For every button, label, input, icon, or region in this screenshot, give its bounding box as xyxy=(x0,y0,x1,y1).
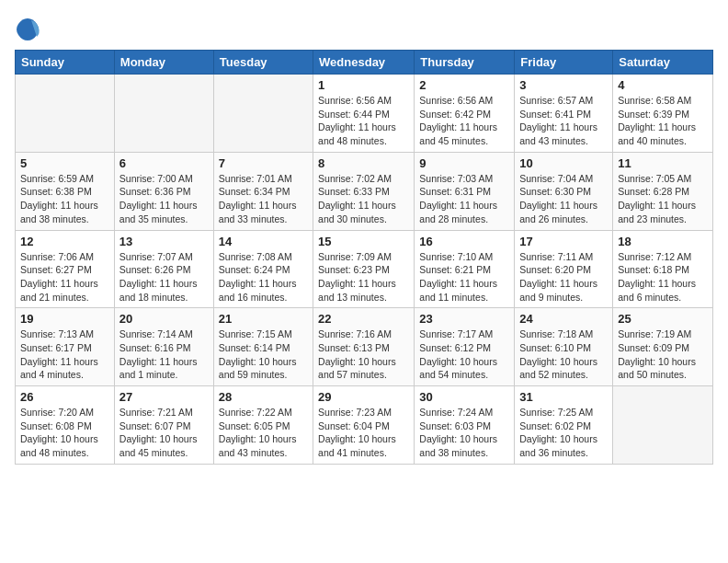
day-number: 31 xyxy=(519,390,608,404)
calendar-day-cell: 28Sunrise: 7:22 AM Sunset: 6:05 PM Dayli… xyxy=(213,386,313,465)
calendar-header-thursday: Thursday xyxy=(415,51,515,75)
calendar-day-cell: 22Sunrise: 7:16 AM Sunset: 6:13 PM Dayli… xyxy=(313,308,415,386)
calendar-day-cell: 7Sunrise: 7:01 AM Sunset: 6:34 PM Daylig… xyxy=(213,152,313,230)
day-number: 10 xyxy=(519,156,608,170)
day-info: Sunrise: 7:12 AM Sunset: 6:18 PM Dayligh… xyxy=(618,250,708,304)
day-info: Sunrise: 7:04 AM Sunset: 6:30 PM Dayligh… xyxy=(519,172,608,226)
day-number: 19 xyxy=(20,312,109,326)
day-number: 2 xyxy=(419,78,509,92)
calendar-day-cell: 16Sunrise: 7:10 AM Sunset: 6:21 PM Dayli… xyxy=(415,230,515,308)
calendar-day-cell xyxy=(613,386,713,465)
day-info: Sunrise: 7:01 AM Sunset: 6:34 PM Dayligh… xyxy=(219,172,308,226)
calendar-day-cell: 26Sunrise: 7:20 AM Sunset: 6:08 PM Dayli… xyxy=(16,386,115,465)
calendar-day-cell: 21Sunrise: 7:15 AM Sunset: 6:14 PM Dayli… xyxy=(213,308,313,386)
calendar-week-row: 1Sunrise: 6:56 AM Sunset: 6:44 PM Daylig… xyxy=(16,75,713,153)
day-number: 23 xyxy=(419,312,509,326)
day-number: 18 xyxy=(618,235,708,248)
calendar-day-cell: 5Sunrise: 6:59 AM Sunset: 6:38 PM Daylig… xyxy=(16,152,115,230)
calendar-day-cell: 1Sunrise: 6:56 AM Sunset: 6:44 PM Daylig… xyxy=(313,75,415,153)
calendar-week-row: 5Sunrise: 6:59 AM Sunset: 6:38 PM Daylig… xyxy=(16,152,713,230)
day-info: Sunrise: 7:08 AM Sunset: 6:24 PM Dayligh… xyxy=(219,250,308,304)
calendar-day-cell: 18Sunrise: 7:12 AM Sunset: 6:18 PM Dayli… xyxy=(613,230,713,308)
day-number: 13 xyxy=(119,235,209,248)
calendar-day-cell: 14Sunrise: 7:08 AM Sunset: 6:24 PM Dayli… xyxy=(213,230,313,308)
day-info: Sunrise: 7:03 AM Sunset: 6:31 PM Dayligh… xyxy=(419,172,509,226)
calendar-day-cell: 24Sunrise: 7:18 AM Sunset: 6:10 PM Dayli… xyxy=(515,308,613,386)
day-info: Sunrise: 6:57 AM Sunset: 6:41 PM Dayligh… xyxy=(519,94,608,148)
day-info: Sunrise: 7:14 AM Sunset: 6:16 PM Dayligh… xyxy=(119,327,209,382)
calendar-day-cell: 9Sunrise: 7:03 AM Sunset: 6:31 PM Daylig… xyxy=(415,152,515,230)
calendar-header-saturday: Saturday xyxy=(613,51,713,75)
day-info: Sunrise: 6:58 AM Sunset: 6:39 PM Dayligh… xyxy=(618,94,708,148)
day-info: Sunrise: 7:05 AM Sunset: 6:28 PM Dayligh… xyxy=(618,172,708,226)
logo xyxy=(15,15,42,40)
day-number: 28 xyxy=(219,390,308,404)
day-number: 6 xyxy=(119,156,209,170)
calendar-header-tuesday: Tuesday xyxy=(213,51,313,75)
calendar-header-sunday: Sunday xyxy=(16,51,115,75)
day-info: Sunrise: 7:06 AM Sunset: 6:27 PM Dayligh… xyxy=(20,250,109,304)
day-info: Sunrise: 7:16 AM Sunset: 6:13 PM Dayligh… xyxy=(318,327,409,382)
calendar-day-cell: 13Sunrise: 7:07 AM Sunset: 6:26 PM Dayli… xyxy=(114,230,213,308)
day-info: Sunrise: 7:02 AM Sunset: 6:33 PM Dayligh… xyxy=(318,172,409,226)
day-number: 1 xyxy=(318,78,409,92)
day-number: 3 xyxy=(519,78,608,92)
calendar-day-cell: 6Sunrise: 7:00 AM Sunset: 6:36 PM Daylig… xyxy=(114,152,213,230)
day-number: 7 xyxy=(219,156,308,170)
calendar-day-cell: 4Sunrise: 6:58 AM Sunset: 6:39 PM Daylig… xyxy=(613,75,713,153)
day-info: Sunrise: 7:10 AM Sunset: 6:21 PM Dayligh… xyxy=(419,250,509,304)
day-number: 11 xyxy=(618,156,708,170)
day-number: 30 xyxy=(419,390,509,404)
calendar-week-row: 26Sunrise: 7:20 AM Sunset: 6:08 PM Dayli… xyxy=(16,386,713,465)
calendar-day-cell: 30Sunrise: 7:24 AM Sunset: 6:03 PM Dayli… xyxy=(415,386,515,465)
day-info: Sunrise: 7:11 AM Sunset: 6:20 PM Dayligh… xyxy=(519,250,608,304)
calendar-day-cell: 23Sunrise: 7:17 AM Sunset: 6:12 PM Dayli… xyxy=(415,308,515,386)
calendar-table: SundayMondayTuesdayWednesdayThursdayFrid… xyxy=(15,50,713,465)
calendar-header-friday: Friday xyxy=(515,51,613,75)
day-info: Sunrise: 7:25 AM Sunset: 6:02 PM Dayligh… xyxy=(519,406,608,460)
day-number: 21 xyxy=(219,312,308,326)
day-info: Sunrise: 7:07 AM Sunset: 6:26 PM Dayligh… xyxy=(119,250,209,304)
day-number: 17 xyxy=(519,235,608,248)
day-info: Sunrise: 6:56 AM Sunset: 6:44 PM Dayligh… xyxy=(318,94,409,148)
day-number: 9 xyxy=(419,156,509,170)
day-info: Sunrise: 6:56 AM Sunset: 6:42 PM Dayligh… xyxy=(419,94,509,148)
calendar-week-row: 12Sunrise: 7:06 AM Sunset: 6:27 PM Dayli… xyxy=(16,230,713,308)
calendar-week-row: 19Sunrise: 7:13 AM Sunset: 6:17 PM Dayli… xyxy=(16,308,713,386)
calendar-day-cell: 3Sunrise: 6:57 AM Sunset: 6:41 PM Daylig… xyxy=(515,75,613,153)
day-number: 8 xyxy=(318,156,409,170)
day-info: Sunrise: 7:21 AM Sunset: 6:07 PM Dayligh… xyxy=(119,406,209,460)
day-number: 22 xyxy=(318,312,409,326)
day-number: 5 xyxy=(20,156,109,170)
page-header xyxy=(15,15,713,40)
day-number: 25 xyxy=(618,312,708,326)
calendar-day-cell: 29Sunrise: 7:23 AM Sunset: 6:04 PM Dayli… xyxy=(313,386,415,465)
day-info: Sunrise: 7:15 AM Sunset: 6:14 PM Dayligh… xyxy=(219,327,308,382)
day-info: Sunrise: 7:19 AM Sunset: 6:09 PM Dayligh… xyxy=(618,327,708,382)
calendar-day-cell: 27Sunrise: 7:21 AM Sunset: 6:07 PM Dayli… xyxy=(114,386,213,465)
day-info: Sunrise: 7:23 AM Sunset: 6:04 PM Dayligh… xyxy=(318,406,409,460)
calendar-day-cell: 20Sunrise: 7:14 AM Sunset: 6:16 PM Dayli… xyxy=(114,308,213,386)
day-number: 27 xyxy=(119,390,209,404)
day-number: 4 xyxy=(618,78,708,92)
calendar-day-cell: 11Sunrise: 7:05 AM Sunset: 6:28 PM Dayli… xyxy=(613,152,713,230)
day-number: 16 xyxy=(419,235,509,248)
calendar-day-cell: 10Sunrise: 7:04 AM Sunset: 6:30 PM Dayli… xyxy=(515,152,613,230)
day-info: Sunrise: 7:09 AM Sunset: 6:23 PM Dayligh… xyxy=(318,250,409,304)
day-info: Sunrise: 7:18 AM Sunset: 6:10 PM Dayligh… xyxy=(519,327,608,382)
calendar-day-cell: 19Sunrise: 7:13 AM Sunset: 6:17 PM Dayli… xyxy=(16,308,115,386)
calendar-day-cell: 25Sunrise: 7:19 AM Sunset: 6:09 PM Dayli… xyxy=(613,308,713,386)
day-info: Sunrise: 7:20 AM Sunset: 6:08 PM Dayligh… xyxy=(20,406,109,460)
day-info: Sunrise: 7:24 AM Sunset: 6:03 PM Dayligh… xyxy=(419,406,509,460)
day-number: 12 xyxy=(20,235,109,248)
calendar-day-cell: 17Sunrise: 7:11 AM Sunset: 6:20 PM Dayli… xyxy=(515,230,613,308)
day-info: Sunrise: 7:22 AM Sunset: 6:05 PM Dayligh… xyxy=(219,406,308,460)
day-info: Sunrise: 7:13 AM Sunset: 6:17 PM Dayligh… xyxy=(20,327,109,382)
day-number: 14 xyxy=(219,235,308,248)
day-number: 24 xyxy=(519,312,608,326)
calendar-day-cell xyxy=(16,75,115,153)
day-info: Sunrise: 7:00 AM Sunset: 6:36 PM Dayligh… xyxy=(119,172,209,226)
day-number: 20 xyxy=(119,312,209,326)
day-info: Sunrise: 7:17 AM Sunset: 6:12 PM Dayligh… xyxy=(419,327,509,382)
calendar-day-cell: 12Sunrise: 7:06 AM Sunset: 6:27 PM Dayli… xyxy=(16,230,115,308)
